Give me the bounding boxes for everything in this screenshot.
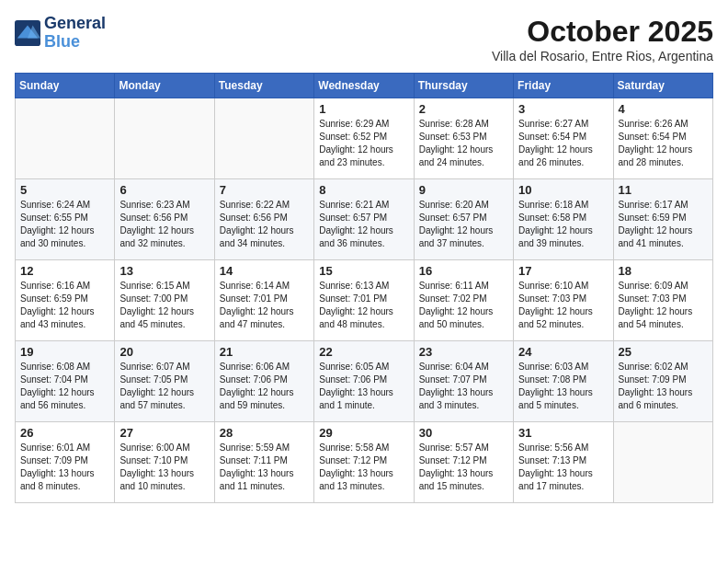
calendar-cell: 16Sunrise: 6:11 AM Sunset: 7:02 PM Dayli… <box>414 260 513 341</box>
day-info: Sunrise: 6:27 AM Sunset: 6:54 PM Dayligh… <box>518 118 608 169</box>
day-number: 16 <box>419 264 508 278</box>
calendar-cell: 13Sunrise: 6:15 AM Sunset: 7:00 PM Dayli… <box>115 260 214 341</box>
day-info: Sunrise: 6:06 AM Sunset: 7:06 PM Dayligh… <box>220 361 309 412</box>
calendar-cell: 7Sunrise: 6:22 AM Sunset: 6:56 PM Daylig… <box>214 179 313 260</box>
day-info: Sunrise: 6:07 AM Sunset: 7:05 PM Dayligh… <box>119 361 209 412</box>
calendar-cell: 19Sunrise: 6:08 AM Sunset: 7:04 PM Dayli… <box>16 341 115 422</box>
month-title: October 2025 <box>492 15 713 49</box>
calendar-cell: 12Sunrise: 6:16 AM Sunset: 6:59 PM Dayli… <box>16 260 115 341</box>
calendar-cell: 30Sunrise: 5:57 AM Sunset: 7:12 PM Dayli… <box>414 422 513 503</box>
day-number: 30 <box>419 426 508 440</box>
calendar-week-2: 5Sunrise: 6:24 AM Sunset: 6:55 PM Daylig… <box>16 179 713 260</box>
day-info: Sunrise: 6:13 AM Sunset: 7:01 PM Dayligh… <box>319 280 408 331</box>
day-number: 18 <box>619 264 708 278</box>
calendar-cell <box>115 98 214 179</box>
day-number: 19 <box>20 345 109 359</box>
day-number: 25 <box>619 345 708 359</box>
day-number: 7 <box>220 183 309 197</box>
calendar-cell: 2Sunrise: 6:28 AM Sunset: 6:53 PM Daylig… <box>414 98 513 179</box>
day-info: Sunrise: 6:00 AM Sunset: 7:10 PM Dayligh… <box>119 442 209 493</box>
day-info: Sunrise: 6:08 AM Sunset: 7:04 PM Dayligh… <box>20 361 109 412</box>
day-info: Sunrise: 6:29 AM Sunset: 6:52 PM Dayligh… <box>319 118 408 169</box>
day-info: Sunrise: 5:57 AM Sunset: 7:12 PM Dayligh… <box>419 442 508 493</box>
calendar-cell: 21Sunrise: 6:06 AM Sunset: 7:06 PM Dayli… <box>214 341 313 422</box>
calendar-cell: 25Sunrise: 6:02 AM Sunset: 7:09 PM Dayli… <box>613 341 712 422</box>
weekday-header-monday: Monday <box>115 74 214 98</box>
calendar-cell: 22Sunrise: 6:05 AM Sunset: 7:06 PM Dayli… <box>314 341 414 422</box>
day-info: Sunrise: 6:01 AM Sunset: 7:09 PM Dayligh… <box>20 442 109 493</box>
day-number: 21 <box>220 345 309 359</box>
calendar-cell: 23Sunrise: 6:04 AM Sunset: 7:07 PM Dayli… <box>414 341 513 422</box>
day-info: Sunrise: 6:16 AM Sunset: 6:59 PM Dayligh… <box>20 280 109 331</box>
day-number: 24 <box>518 345 608 359</box>
calendar-cell: 11Sunrise: 6:17 AM Sunset: 6:59 PM Dayli… <box>613 179 712 260</box>
day-info: Sunrise: 6:14 AM Sunset: 7:01 PM Dayligh… <box>220 280 309 331</box>
day-info: Sunrise: 6:15 AM Sunset: 7:00 PM Dayligh… <box>119 280 209 331</box>
day-number: 8 <box>319 183 408 197</box>
logo-text: General Blue <box>44 15 106 52</box>
calendar-cell <box>214 98 313 179</box>
day-info: Sunrise: 5:56 AM Sunset: 7:13 PM Dayligh… <box>518 442 608 493</box>
day-info: Sunrise: 6:18 AM Sunset: 6:58 PM Dayligh… <box>518 199 608 250</box>
logo-icon <box>15 20 40 46</box>
title-block: October 2025 Villa del Rosario, Entre Ri… <box>492 15 713 63</box>
calendar-week-5: 26Sunrise: 6:01 AM Sunset: 7:09 PM Dayli… <box>16 422 713 503</box>
day-info: Sunrise: 6:09 AM Sunset: 7:03 PM Dayligh… <box>619 280 708 331</box>
day-number: 28 <box>220 426 309 440</box>
day-number: 29 <box>319 426 408 440</box>
day-info: Sunrise: 6:20 AM Sunset: 6:57 PM Dayligh… <box>419 199 508 250</box>
calendar-cell: 20Sunrise: 6:07 AM Sunset: 7:05 PM Dayli… <box>115 341 214 422</box>
calendar-cell: 8Sunrise: 6:21 AM Sunset: 6:57 PM Daylig… <box>314 179 414 260</box>
calendar-cell: 14Sunrise: 6:14 AM Sunset: 7:01 PM Dayli… <box>214 260 313 341</box>
calendar-week-4: 19Sunrise: 6:08 AM Sunset: 7:04 PM Dayli… <box>16 341 713 422</box>
day-number: 10 <box>518 183 608 197</box>
day-number: 23 <box>419 345 508 359</box>
weekday-header-saturday: Saturday <box>613 74 712 98</box>
day-info: Sunrise: 6:22 AM Sunset: 6:56 PM Dayligh… <box>220 199 309 250</box>
day-info: Sunrise: 6:02 AM Sunset: 7:09 PM Dayligh… <box>619 361 708 412</box>
calendar-week-1: 1Sunrise: 6:29 AM Sunset: 6:52 PM Daylig… <box>16 98 713 179</box>
location-subtitle: Villa del Rosario, Entre Rios, Argentina <box>492 49 713 63</box>
day-number: 12 <box>20 264 109 278</box>
calendar-week-3: 12Sunrise: 6:16 AM Sunset: 6:59 PM Dayli… <box>16 260 713 341</box>
calendar-cell: 31Sunrise: 5:56 AM Sunset: 7:13 PM Dayli… <box>514 422 613 503</box>
day-number: 1 <box>319 102 408 116</box>
day-number: 4 <box>619 102 708 116</box>
calendar-cell: 15Sunrise: 6:13 AM Sunset: 7:01 PM Dayli… <box>314 260 414 341</box>
day-info: Sunrise: 5:59 AM Sunset: 7:11 PM Dayligh… <box>220 442 309 493</box>
calendar-cell: 28Sunrise: 5:59 AM Sunset: 7:11 PM Dayli… <box>214 422 313 503</box>
weekday-header-row: SundayMondayTuesdayWednesdayThursdayFrid… <box>16 74 713 98</box>
day-info: Sunrise: 6:11 AM Sunset: 7:02 PM Dayligh… <box>419 280 508 331</box>
day-number: 2 <box>419 102 508 116</box>
day-number: 17 <box>518 264 608 278</box>
day-info: Sunrise: 6:17 AM Sunset: 6:59 PM Dayligh… <box>619 199 708 250</box>
page-header: General Blue October 2025 Villa del Rosa… <box>15 15 713 63</box>
day-number: 11 <box>619 183 708 197</box>
day-info: Sunrise: 6:04 AM Sunset: 7:07 PM Dayligh… <box>419 361 508 412</box>
day-info: Sunrise: 6:28 AM Sunset: 6:53 PM Dayligh… <box>419 118 508 169</box>
day-info: Sunrise: 5:58 AM Sunset: 7:12 PM Dayligh… <box>319 442 408 493</box>
day-number: 13 <box>119 264 209 278</box>
day-info: Sunrise: 6:05 AM Sunset: 7:06 PM Dayligh… <box>319 361 408 412</box>
day-info: Sunrise: 6:26 AM Sunset: 6:54 PM Dayligh… <box>619 118 708 169</box>
day-info: Sunrise: 6:24 AM Sunset: 6:55 PM Dayligh… <box>20 199 109 250</box>
day-number: 5 <box>20 183 109 197</box>
calendar-cell: 24Sunrise: 6:03 AM Sunset: 7:08 PM Dayli… <box>514 341 613 422</box>
day-number: 9 <box>419 183 508 197</box>
day-number: 14 <box>220 264 309 278</box>
calendar-cell: 27Sunrise: 6:00 AM Sunset: 7:10 PM Dayli… <box>115 422 214 503</box>
calendar-cell: 1Sunrise: 6:29 AM Sunset: 6:52 PM Daylig… <box>314 98 414 179</box>
calendar-cell: 4Sunrise: 6:26 AM Sunset: 6:54 PM Daylig… <box>613 98 712 179</box>
calendar-table: SundayMondayTuesdayWednesdayThursdayFrid… <box>15 73 713 503</box>
day-number: 31 <box>518 426 608 440</box>
day-info: Sunrise: 6:21 AM Sunset: 6:57 PM Dayligh… <box>319 199 408 250</box>
calendar-cell: 17Sunrise: 6:10 AM Sunset: 7:03 PM Dayli… <box>514 260 613 341</box>
weekday-header-friday: Friday <box>514 74 613 98</box>
calendar-cell <box>613 422 712 503</box>
calendar-cell: 26Sunrise: 6:01 AM Sunset: 7:09 PM Dayli… <box>16 422 115 503</box>
calendar-cell: 5Sunrise: 6:24 AM Sunset: 6:55 PM Daylig… <box>16 179 115 260</box>
day-number: 6 <box>119 183 209 197</box>
day-number: 3 <box>518 102 608 116</box>
day-info: Sunrise: 6:10 AM Sunset: 7:03 PM Dayligh… <box>518 280 608 331</box>
calendar-cell: 6Sunrise: 6:23 AM Sunset: 6:56 PM Daylig… <box>115 179 214 260</box>
